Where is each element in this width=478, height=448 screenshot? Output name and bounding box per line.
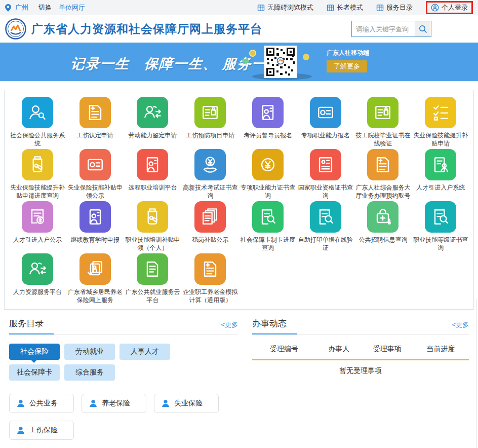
service-item[interactable]: 社会保障卡制卡进度查询 — [239, 201, 297, 252]
activity-column-header: 受理编号 — [252, 345, 316, 354]
city-label[interactable]: 广州 — [15, 3, 28, 12]
service-item[interactable]: 人才引进入户系统 — [412, 149, 469, 200]
category-label: 公共业务 — [29, 399, 58, 408]
learn-more-button[interactable]: 了解更多 — [327, 60, 367, 72]
service-item-label: 失业保险技能补贴申领公示 — [68, 183, 123, 200]
service-catalog-section: 服务目录 <更多 社会保险劳动就业人事人才社会保障卡综合服务 公共业务养老保险失… — [9, 318, 238, 440]
site-logo — [5, 18, 26, 40]
doc-money-icon — [22, 201, 53, 233]
person-search-icon — [22, 97, 53, 128]
service-item[interactable]: 失业保险技能提升补贴申请进度查询 — [9, 149, 66, 200]
category-label: 工伤保险 — [29, 426, 58, 435]
service-item-label: 公共招聘信息查询 — [355, 236, 410, 244]
doc-search-icon — [310, 201, 341, 233]
service-item-label: 劳动能力鉴定申请 — [125, 131, 180, 139]
activity-title: 办事动态 — [252, 318, 287, 329]
service-item[interactable]: 高新技术考试证书查询 — [181, 149, 239, 200]
grid-icon — [376, 4, 384, 12]
switch-city-link[interactable]: 切换 — [38, 3, 52, 12]
service-item-label: 专项职业能力证书查询 — [241, 183, 295, 200]
service-item[interactable]: 人力资源服务平台 — [9, 253, 66, 304]
service-item-label: 继续教育学时申报 — [68, 236, 123, 244]
service-item[interactable]: 工伤认定申请 — [66, 97, 124, 147]
service-item[interactable]: 社会保险公共服务系统 — [9, 97, 66, 147]
doc-plus-icon — [367, 149, 399, 180]
topbar-link-label: 无障碍浏览模式 — [267, 3, 313, 12]
catalog-tab[interactable]: 劳动就业 — [64, 344, 115, 360]
person-icon — [17, 426, 25, 434]
service-item[interactable]: 广东人社综合服务大厅业务办理预约取号 — [354, 149, 412, 200]
topbar-link-label: 服务目录 — [386, 3, 413, 12]
catalog-tab[interactable]: 社会保险 — [9, 344, 60, 360]
service-item[interactable]: 失业保险技能提升补贴申请 — [412, 97, 469, 147]
topbar-link-2[interactable]: 服务目录 — [376, 3, 413, 12]
bag-icon — [367, 201, 399, 233]
catalog-tab[interactable]: 综合服务 — [64, 364, 115, 381]
activity-more-link[interactable]: <更多 — [452, 320, 469, 329]
checklist-icon — [425, 97, 456, 128]
service-item[interactable]: 考评员督导员报名 — [239, 97, 297, 147]
service-item-label: 工伤认定申请 — [68, 131, 123, 139]
person-doc-icon — [137, 149, 168, 180]
unit-hall-link[interactable]: 单位网厅 — [59, 3, 85, 12]
activity-column-header: 当前进度 — [413, 345, 469, 354]
service-item[interactable]: 广东省城乡居民养老保险网上服务 — [66, 253, 124, 304]
activity-section: 办事动态 <更多 受理编号办事人受理事项当前进度 暂无受理事项 — [252, 318, 469, 440]
service-item[interactable]: 自助打印单据在线验证 — [297, 201, 354, 252]
topbar-link-1[interactable]: 长者模式 — [327, 3, 363, 12]
doc-plus-icon — [194, 253, 226, 285]
category-button[interactable]: 工伤保险 — [9, 421, 74, 440]
resume-icon — [310, 149, 341, 180]
search-button[interactable] — [415, 21, 431, 36]
service-item[interactable]: 职业技能等级证书查询 — [412, 201, 469, 252]
category-button[interactable]: 养老保险 — [82, 394, 146, 413]
service-item-label: 自助打印单据在线验证 — [298, 236, 353, 252]
service-item-label: 工伤预防项目申请 — [183, 131, 237, 139]
catalog-tabs: 社会保险劳动就业人事人才社会保障卡综合服务 — [9, 344, 184, 381]
service-item-label: 广东人社综合服务大厅业务办理预约取号 — [355, 183, 410, 200]
service-item-label: 高新技术考试证书查询 — [183, 183, 237, 200]
catalog-tab[interactable]: 人事人才 — [120, 344, 170, 360]
service-item[interactable]: 失业保险技能补贴申领公示 — [66, 149, 124, 200]
service-item[interactable]: 广东公共就业服务云平台 — [124, 253, 182, 304]
service-item[interactable]: 工伤预防项目申请 — [181, 97, 239, 147]
service-item[interactable]: 人才引进入户公示 — [9, 201, 66, 252]
site-title: 广东省人力资源和社会保障厅网上服务平台 — [31, 21, 262, 37]
service-item[interactable]: 国家职业资格证书查询 — [297, 149, 354, 200]
service-item-label: 人才引进入户系统 — [413, 183, 468, 192]
location-pin-icon — [5, 4, 11, 12]
service-item[interactable]: 职业技能培训补贴申领（个人） — [124, 201, 182, 252]
grid-icon — [327, 4, 334, 12]
docs-stack-icon — [194, 201, 226, 233]
site-header: 广东省人力资源和社会保障厅网上服务平台 — [0, 15, 478, 43]
card-icon — [310, 97, 341, 128]
service-item[interactable]: 公共招聘信息查询 — [354, 201, 412, 252]
service-item-label: 人力资源服务平台 — [10, 288, 65, 296]
personal-login-button[interactable]: 个人登录 — [426, 1, 473, 14]
service-item-label: 国家职业资格证书查询 — [298, 183, 353, 200]
service-item[interactable]: 劳动能力鉴定申请 — [124, 97, 182, 147]
service-item-label: 技工院校毕业证书在线验证 — [355, 131, 410, 147]
category-button[interactable]: 失业保险 — [154, 394, 219, 413]
service-item[interactable]: 技工院校毕业证书在线验证 — [354, 97, 412, 147]
topbar-link-0[interactable]: 无障碍浏览模式 — [257, 3, 313, 12]
service-item[interactable]: 远程职业培训平台 — [124, 149, 182, 200]
service-item-label: 失业保险技能提升补贴申请 — [413, 131, 468, 147]
service-item[interactable]: 稳岗补贴公示 — [181, 201, 239, 252]
card-icon — [79, 149, 111, 180]
service-item-label: 失业保险技能提升补贴申请进度查询 — [10, 183, 65, 200]
service-item-label: 远程职业培训平台 — [125, 183, 180, 192]
service-item[interactable]: 企业职工养老金模拟计算（通用版） — [181, 253, 239, 304]
service-item[interactable]: 专项职业能力报名 — [297, 97, 354, 147]
service-catalog-more-link[interactable]: <更多 — [221, 320, 238, 329]
service-item[interactable]: 专项职业能力证书查询 — [239, 149, 297, 200]
search-input[interactable] — [352, 21, 415, 36]
services-panel: 社会保险公共服务系统工伤认定申请劳动能力鉴定申请工伤预防项目申请考评员督导员报名… — [4, 90, 474, 310]
service-item[interactable]: 继续教育学时申报 — [66, 201, 124, 252]
service-item-label: 社会保险公共服务系统 — [10, 131, 65, 147]
page-right-border — [476, 299, 476, 448]
category-button[interactable]: 公共业务 — [9, 394, 74, 413]
service-item-label: 广东省城乡居民养老保险网上服务 — [68, 288, 123, 304]
catalog-tab[interactable]: 社会保障卡 — [9, 364, 60, 381]
yen-hand-icon — [194, 149, 226, 180]
